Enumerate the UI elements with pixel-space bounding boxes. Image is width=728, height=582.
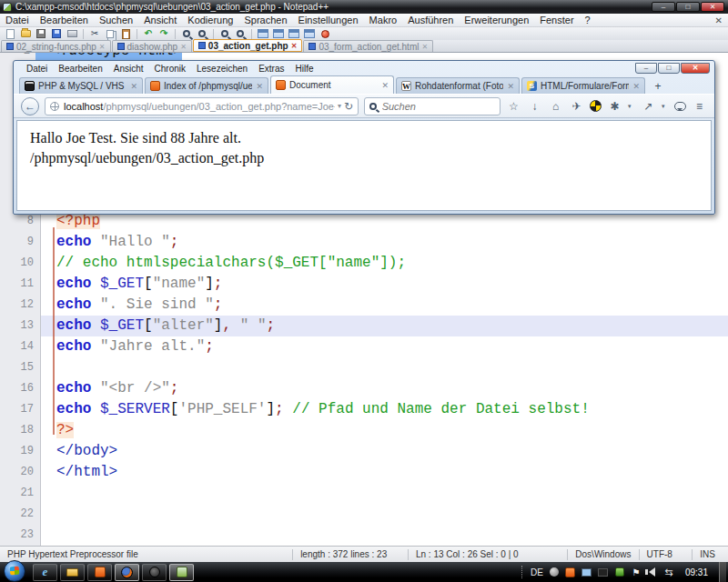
language-indicator[interactable]: DE	[531, 567, 543, 577]
npp-tab-03-action-get[interactable]: 03_action_get.php ✕	[193, 39, 303, 52]
npp-minimize-button[interactable]: –	[652, 2, 675, 12]
npp-tab-02-string-funcs[interactable]: 02_string-funcs.php ✕	[1, 40, 111, 52]
ff-tab-index-of[interactable]: Index of /phpmysql/uebun... ✕	[145, 77, 268, 94]
code-line[interactable]: 22	[0, 504, 728, 525]
search-box[interactable]	[364, 97, 500, 115]
home-icon[interactable]: ⌂	[548, 100, 563, 113]
tray-remote-monitor-icon[interactable]	[581, 567, 592, 577]
ff-tab-document[interactable]: Document ✕	[270, 75, 394, 94]
npp-titlebar[interactable]: C:\xampp-cmsod\htdocs\phpmysql\uebungen\…	[0, 0, 728, 14]
adblock-icon[interactable]	[590, 100, 602, 112]
ff-menu-hilfe[interactable]: Hilfe	[290, 64, 319, 74]
ff-tab-php-mysql[interactable]: PHP & MySQL / VHS BS / 0... ✕	[19, 77, 143, 94]
tray-monitor-dark-icon[interactable]	[598, 567, 609, 577]
tab-close-icon[interactable]: ✕	[632, 82, 640, 91]
paste-icon[interactable]	[119, 28, 132, 39]
replace-icon[interactable]	[196, 28, 208, 39]
code-line[interactable]: 14echo "Jahre alt.";	[0, 336, 728, 357]
code-line[interactable]: 20</html>	[0, 462, 728, 483]
code-rows[interactable]: 8<?php9echo "Hallo ";10// echo htmlspeci…	[0, 211, 728, 546]
addon-a-icon[interactable]: ✱	[607, 100, 622, 113]
bookmark-star-icon[interactable]: ☆	[506, 100, 521, 113]
tab-close-icon[interactable]: ✕	[291, 42, 298, 50]
chat-bubble-icon[interactable]	[674, 102, 686, 111]
code-line[interactable]: 10// echo htmlspecialchars($_GET["name"]…	[0, 253, 728, 274]
ff-menu-ansicht[interactable]: Ansicht	[108, 64, 149, 74]
npp-menu-kodierung[interactable]: Kodierung	[182, 14, 238, 27]
code-line[interactable]: 21	[0, 483, 728, 504]
url-bar[interactable]: localhost /phpmysql/uebungen/03_action_g…	[45, 97, 359, 115]
tab-close-icon[interactable]: ✕	[180, 43, 187, 51]
macro-record-icon[interactable]	[303, 28, 316, 39]
npp-menu-datei[interactable]: Datei	[0, 14, 35, 27]
ff-close-button[interactable]: ✕	[681, 63, 710, 74]
npp-menu-erweiterungen[interactable]: Erweiterungen	[459, 14, 534, 27]
ff-menu-datei[interactable]: Datei	[21, 64, 53, 74]
copy-icon[interactable]	[104, 28, 116, 39]
npp-close-button[interactable]: ✕	[701, 2, 724, 12]
find-icon[interactable]	[180, 28, 193, 39]
ff-menu-chronik[interactable]: Chronik	[149, 64, 191, 74]
tab-close-icon[interactable]: ✕	[99, 43, 106, 51]
doc-map-icon[interactable]	[288, 28, 300, 39]
ff-maximize-button[interactable]: □	[658, 63, 680, 74]
npp-menu-suchen[interactable]: Suchen	[94, 14, 138, 27]
hamburger-menu-icon[interactable]: ≡	[692, 100, 707, 113]
npp-menu-help[interactable]: ?	[580, 14, 596, 27]
view-split-icon[interactable]	[272, 28, 285, 39]
new-tab-button[interactable]: +	[649, 80, 667, 94]
tray-xampp-icon[interactable]	[565, 567, 576, 577]
tab-close-icon[interactable]: ✕	[130, 82, 137, 91]
tab-close-icon[interactable]: ✕	[256, 82, 263, 91]
firefox-window[interactable]: Datei Bearbeiten Ansicht Chronik Lesezei…	[13, 60, 715, 215]
tab-close-icon[interactable]: ✕	[421, 43, 428, 51]
download-icon[interactable]: ↓	[527, 100, 542, 113]
print-icon[interactable]	[66, 28, 78, 39]
new-file-icon[interactable]	[4, 28, 16, 39]
document-close-icon[interactable]: ✕	[715, 15, 723, 25]
code-line[interactable]: 18?>	[0, 420, 728, 441]
url-dropdown-icon[interactable]: ▾	[338, 102, 341, 110]
taskbar-notepadpp-button[interactable]	[169, 564, 194, 581]
ff-menu-bearbeiten[interactable]: Bearbeiten	[53, 64, 107, 74]
search-input[interactable]	[380, 100, 495, 113]
tray-status-circle-icon[interactable]	[549, 567, 560, 577]
taskbar-explorer-button[interactable]	[60, 564, 85, 581]
taskbar-firefox-button[interactable]	[115, 564, 139, 581]
npp-menu-ausfuehren[interactable]: Ausführen	[402, 14, 459, 27]
tray-security-icon[interactable]	[614, 567, 625, 577]
addon-a-dropdown-icon[interactable]: ▾	[628, 103, 635, 110]
tab-close-icon[interactable]: ✕	[381, 81, 389, 90]
npp-tab-diashow[interactable]: diashow.php ✕	[112, 40, 192, 52]
cut-icon[interactable]: ✂	[88, 28, 101, 39]
code-line[interactable]: 13echo $_GET["alter"], " ";	[0, 316, 728, 336]
ff-minimize-button[interactable]: –	[635, 63, 657, 74]
addon-b-dropdown-icon[interactable]: ▾	[662, 103, 669, 110]
view-sync-icon[interactable]	[257, 28, 269, 39]
tray-flag-icon[interactable]: ⚑	[631, 567, 642, 577]
npp-menu-bearbeiten[interactable]: Bearbeiten	[35, 14, 94, 27]
code-line[interactable]: 19</body>	[0, 441, 728, 462]
tray-speaker-icon[interactable]	[647, 567, 658, 577]
taskbar-media-button[interactable]	[142, 564, 167, 581]
npp-menu-makro[interactable]: Makro	[364, 14, 403, 27]
ff-tab-rohdatenformat[interactable]: W Rohdatenformat (Fotografi... ✕	[396, 77, 520, 94]
save-all-icon[interactable]	[50, 28, 63, 39]
record-dot-icon[interactable]	[318, 28, 331, 39]
ff-menu-extras[interactable]: Extras	[253, 64, 289, 74]
npp-menu-ansicht[interactable]: Ansicht	[138, 14, 182, 27]
save-icon[interactable]	[35, 28, 47, 39]
show-desktop-button[interactable]	[719, 562, 726, 582]
npp-maximize-button[interactable]: □	[676, 2, 700, 12]
start-button[interactable]	[4, 560, 25, 582]
back-button[interactable]: ←	[21, 97, 39, 115]
ff-tab-html-formulare[interactable]: S HTML/Formulare/Form – S... ✕	[521, 77, 645, 94]
npp-menu-sprachen[interactable]: Sprachen	[238, 14, 292, 27]
code-line[interactable]: 9echo "Hallo ";	[0, 232, 728, 253]
zoom-out-icon[interactable]	[234, 28, 247, 39]
open-folder-icon[interactable]	[19, 28, 32, 39]
code-line[interactable]: 16echo "<br />";	[0, 378, 728, 399]
undo-icon[interactable]: ↶	[142, 28, 155, 39]
clock[interactable]: 09:31	[685, 567, 708, 577]
code-line[interactable]: 15	[0, 357, 728, 378]
